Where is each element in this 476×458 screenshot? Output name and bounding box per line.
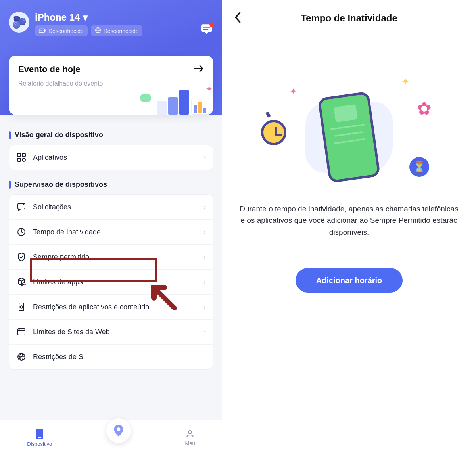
event-illustration: ✦ xyxy=(155,90,209,115)
supervision-list: Solicitações › Tempo de Inatividade › Se… xyxy=(9,194,213,370)
network-status-label: Desconhecido xyxy=(104,28,139,34)
svg-point-30 xyxy=(188,431,192,434)
always-allowed-label: Sempre permitido xyxy=(33,253,198,261)
supervision-title-label: Supervisão de dispositivos xyxy=(15,180,107,189)
requests-icon xyxy=(16,202,27,212)
battery-icon: ? xyxy=(39,28,46,34)
today-event-title: Evento de hoje xyxy=(18,64,80,75)
location-fab[interactable] xyxy=(106,418,131,443)
phone-gear-icon xyxy=(16,302,27,312)
shield-check-icon xyxy=(16,252,27,262)
profile-tab-icon xyxy=(185,429,195,439)
device-tab-icon xyxy=(35,428,44,439)
overview-title-label: Visão geral do dispositivo xyxy=(15,131,103,139)
network-status[interactable]: Desconhecido xyxy=(91,25,143,36)
add-schedule-button[interactable]: Adicionar horário xyxy=(296,268,403,293)
always-allowed-row[interactable]: Sempre permitido › xyxy=(9,244,213,269)
sparkle-icon: ✦ xyxy=(290,86,297,97)
svg-point-13 xyxy=(22,158,25,161)
arrow-right-icon xyxy=(194,64,204,75)
navbar: Tempo de Inatividade xyxy=(234,10,464,26)
chevron-right-icon: › xyxy=(204,228,206,236)
svg-rect-10 xyxy=(17,153,21,157)
today-event-card[interactable]: Evento de hoje Relatório detalhado do ev… xyxy=(9,56,213,115)
chevron-right-icon: › xyxy=(204,203,206,211)
sparkle-icon: ✦ xyxy=(401,76,409,87)
svg-point-22 xyxy=(19,330,20,330)
blueberry-icon: 🫐 xyxy=(12,16,27,28)
svg-rect-1 xyxy=(45,29,46,31)
overview-section-title: Visão geral do dispositivo xyxy=(9,131,213,139)
svg-rect-20 xyxy=(18,329,25,335)
battery-status-label: Desconhecido xyxy=(48,28,84,34)
back-button[interactable] xyxy=(234,12,242,25)
child-avatar[interactable]: 🫐 xyxy=(9,12,29,33)
svg-rect-18 xyxy=(19,303,24,311)
device-header: 🫐 iPhone 14 ▾ ? Desconhecido xyxy=(9,12,213,36)
section-bar-icon xyxy=(9,181,11,189)
device-screen: 🫐 iPhone 14 ▾ ? Desconhecido xyxy=(0,0,222,458)
content-restrictions-row[interactable]: Restrições de aplicativos e conteúdo › xyxy=(9,294,213,319)
svg-point-19 xyxy=(20,306,23,308)
device-hero: 🫐 iPhone 14 ▾ ? Desconhecido xyxy=(0,0,222,115)
site-restrictions-label: Restrições de Si xyxy=(33,353,206,361)
apps-label: Aplicativos xyxy=(33,153,198,162)
svg-rect-11 xyxy=(22,153,25,157)
chevron-right-icon: › xyxy=(204,253,206,261)
hourglass-icon: ⏳ xyxy=(409,157,429,177)
downtime-description: Durante o tempo de inatividade, apenas a… xyxy=(234,203,464,238)
chevron-right-icon: › xyxy=(204,303,206,310)
svg-rect-12 xyxy=(17,158,21,161)
today-event-header: Evento de hoje xyxy=(18,64,204,75)
requests-label: Solicitações xyxy=(33,203,198,211)
device-selector[interactable]: iPhone 14 ▾ xyxy=(35,12,213,23)
gear-icon: ✿ xyxy=(417,98,432,119)
tab-me-label: Meu xyxy=(185,440,195,446)
site-restrictions-row[interactable]: Restrições de Si xyxy=(9,344,213,369)
apps-row[interactable]: Aplicativos › xyxy=(9,145,213,170)
page-title: Tempo de Inatividade xyxy=(301,13,397,24)
today-event-subtitle: Relatório detalhado do evento xyxy=(18,80,204,87)
device-info: iPhone 14 ▾ ? Desconhecido Desconh xyxy=(35,12,213,36)
section-bar-icon xyxy=(9,131,11,139)
requests-row[interactable]: Solicitações › xyxy=(9,195,213,219)
device-status-row: ? Desconhecido Desconhecido xyxy=(35,25,213,36)
battery-status[interactable]: ? Desconhecido xyxy=(35,25,88,36)
web-limits-label: Limites de Sites da Web xyxy=(33,328,198,336)
chevron-down-icon: ▾ xyxy=(83,12,88,23)
browser-icon xyxy=(16,327,27,337)
supervision-section-title: Supervisão de dispositivos xyxy=(9,180,213,189)
grid-icon xyxy=(16,152,27,163)
svg-point-29 xyxy=(117,427,120,431)
downtime-row[interactable]: Tempo de Inatividade › xyxy=(9,219,213,244)
tab-device-label: Dispositivo xyxy=(27,441,52,447)
app-limits-row[interactable]: Limites de apps › xyxy=(9,269,213,294)
bottom-tabbar: Dispositivo Meu xyxy=(0,420,222,458)
chevron-right-icon: › xyxy=(204,278,206,286)
alarm-clock-icon xyxy=(261,120,286,145)
svg-rect-17 xyxy=(23,284,25,285)
clock-icon xyxy=(16,227,27,237)
overview-list: Aplicativos › xyxy=(9,145,213,170)
globe-icon xyxy=(95,27,101,34)
messages-button[interactable] xyxy=(201,24,213,34)
svg-point-14 xyxy=(23,204,24,205)
cube-lock-icon xyxy=(16,277,27,287)
chevron-right-icon: › xyxy=(204,154,206,161)
downtime-label: Tempo de Inatividade xyxy=(33,228,198,236)
tab-device[interactable]: Dispositivo xyxy=(27,428,52,447)
svg-rect-28 xyxy=(38,437,41,438)
web-limits-row[interactable]: Limites de Sites da Web › xyxy=(9,319,213,344)
chevron-right-icon: › xyxy=(204,328,206,335)
downtime-screen: Tempo de Inatividade ✦ ✦ ⏳ ✿ Durante o t… xyxy=(222,0,476,458)
globe-block-icon xyxy=(16,352,27,362)
downtime-illustration: ✦ ✦ ⏳ ✿ xyxy=(290,90,409,185)
main-content: Visão geral do dispositivo Aplicativos ›… xyxy=(0,115,222,378)
device-name-label: iPhone 14 xyxy=(35,12,80,23)
tab-me[interactable]: Meu xyxy=(185,429,195,446)
content-restrictions-label: Restrições de aplicativos e conteúdo xyxy=(33,303,198,311)
svg-text:?: ? xyxy=(40,29,42,32)
unread-badge xyxy=(209,22,214,27)
app-limits-label: Limites de apps xyxy=(33,278,198,286)
